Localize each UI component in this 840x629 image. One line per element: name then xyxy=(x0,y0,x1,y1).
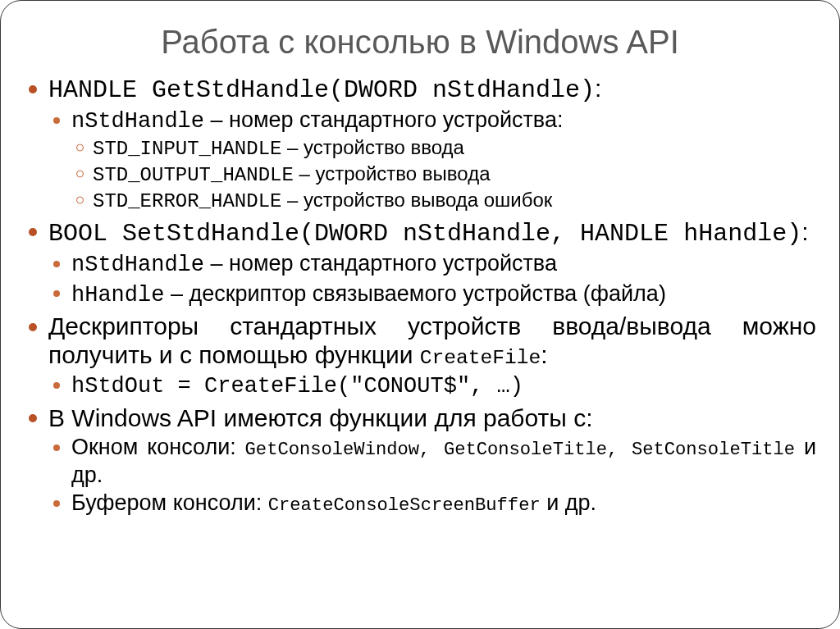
bullet-list-level3: STD_INPUT_HANDLE – устройство ввода STD_… xyxy=(71,135,816,214)
text-winapi-functions: В Windows API имеются функции для работы… xyxy=(48,404,593,431)
code-std-error: STD_ERROR_HANDLE xyxy=(93,190,281,212)
code-createfile: CreateFile xyxy=(420,347,541,369)
text-console-window-a: Окном консоли: xyxy=(71,435,245,459)
text-nstdhandle-2: – номер стандартного устройства xyxy=(204,251,557,276)
text-std-output: – устройство вывода xyxy=(294,162,491,185)
item-std-output: STD_OUTPUT_HANDLE – устройство вывода xyxy=(71,162,816,188)
code-getstdhandle: HANDLE GetStdHandle(DWORD nStdHandle) xyxy=(48,76,595,104)
code-std-input: STD_INPUT_HANDLE xyxy=(93,138,281,160)
text-hhandle: – дескриптор связываемого устройства (фа… xyxy=(164,281,665,306)
bullet-list-level2: Окном консоли: GetConsoleWindow, GetCons… xyxy=(48,434,816,517)
code-setstdhandle: BOOL SetStdHandle(DWORD nStdHandle, HAND… xyxy=(48,220,801,248)
item-setstdhandle: BOOL SetStdHandle(DWORD nStdHandle, HAND… xyxy=(24,217,816,308)
text-std-input: – устройство ввода xyxy=(281,136,463,158)
text-console-buffer-a: Буфером консоли: xyxy=(71,490,268,515)
slide-container: Работа с консолью в Windows API HANDLE G… xyxy=(0,0,840,629)
bullet-list-level1: HANDLE GetStdHandle(DWORD nStdHandle): n… xyxy=(24,74,816,517)
colon: : xyxy=(801,218,808,245)
item-std-input: STD_INPUT_HANDLE – устройство ввода xyxy=(71,135,816,162)
code-hstdout: hStdOut = CreateFile("CONOUT$", …) xyxy=(71,374,523,399)
code-console-buffer: CreateConsoleScreenBuffer xyxy=(268,495,541,516)
code-std-output: STD_OUTPUT_HANDLE xyxy=(93,164,294,186)
item-console-window: Окном консоли: GetConsoleWindow, GetCons… xyxy=(48,434,816,488)
colon: : xyxy=(541,341,547,368)
colon: : xyxy=(595,75,601,102)
item-nstdhandle-desc: nStdHandle – номер стандартного устройст… xyxy=(48,107,816,213)
item-getstdhandle: HANDLE GetStdHandle(DWORD nStdHandle): n… xyxy=(24,74,816,214)
code-nstdhandle-2: nStdHandle xyxy=(71,253,204,277)
item-createfile: Дескрипторы стандартных устройств ввода/… xyxy=(24,312,816,400)
bullet-list-level2: nStdHandle – номер стандартного устройст… xyxy=(48,107,816,213)
slide-title: Работа с консолью в Windows API xyxy=(24,24,816,61)
item-console-buffer: Буфером консоли: CreateConsoleScreenBuff… xyxy=(48,490,816,517)
code-nstdhandle: nStdHandle xyxy=(71,109,204,134)
text-nstdhandle-desc: – номер стандартного устройства: xyxy=(204,107,563,132)
item-nstdhandle-2: nStdHandle – номер стандартного устройст… xyxy=(48,250,816,278)
text-std-error: – устройство вывода ошибок xyxy=(281,189,552,211)
code-hhandle: hHandle xyxy=(71,283,164,308)
item-hhandle: hHandle – дескриптор связываемого устрой… xyxy=(48,280,816,308)
item-hstdout: hStdOut = CreateFile("CONOUT$", …) xyxy=(48,371,816,399)
code-console-window: GetConsoleWindow, GetConsoleTitle, SetCo… xyxy=(245,440,796,460)
bullet-list-level2: hStdOut = CreateFile("CONOUT$", …) xyxy=(48,371,816,399)
item-winapi-functions: В Windows API имеются функции для работы… xyxy=(24,403,816,517)
text-console-buffer-b: и др. xyxy=(541,490,596,515)
item-std-error: STD_ERROR_HANDLE – устройство вывода оши… xyxy=(71,188,816,214)
bullet-list-level2: nStdHandle – номер стандартного устройст… xyxy=(48,250,816,308)
